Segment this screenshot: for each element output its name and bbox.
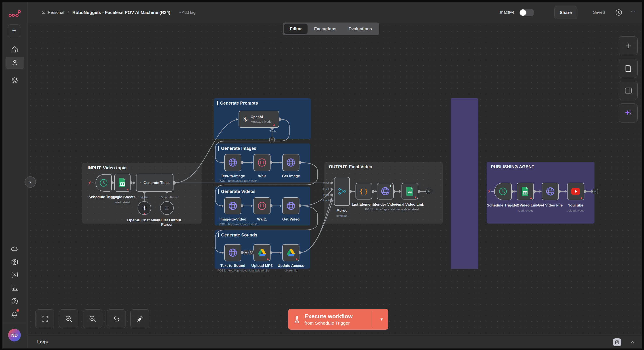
add-tool-button[interactable]: + — [270, 137, 275, 142]
merge-input-label-4: Input 4 — [318, 199, 331, 201]
node-text-to-image[interactable] — [224, 154, 242, 171]
add-tag-button[interactable]: + Add tag — [179, 10, 196, 15]
add-sticky-note-button[interactable] — [618, 59, 638, 78]
user-icon[interactable] — [11, 59, 18, 66]
tab-evaluations[interactable]: Evaluations — [343, 24, 378, 34]
warning-icon: ▲ — [266, 257, 269, 260]
globe-icon — [228, 158, 238, 167]
node-schedule-trigger[interactable] — [96, 174, 112, 192]
sticky-note-icon — [625, 65, 632, 72]
flask-icon — [294, 316, 300, 323]
logs-title: Logs — [37, 340, 48, 345]
split-panel-icon — [624, 87, 632, 94]
node-google-sheets[interactable]: ▲ — [114, 174, 130, 192]
workflow-title[interactable]: RoboNuggets - Faceless POV AI Machine (R… — [72, 10, 170, 15]
user-icon — [41, 10, 46, 15]
layers-icon[interactable] — [11, 77, 18, 84]
globe-icon — [286, 201, 296, 211]
merge-input-label-2: Input 2 — [318, 188, 331, 190]
breadcrumb-separator: / — [68, 10, 69, 15]
undo-icon — [112, 315, 120, 323]
node-get-video[interactable] — [282, 197, 300, 214]
node-get-video-file[interactable] — [542, 183, 559, 200]
node-subtitle: POST: https://api.creatomate... — [365, 208, 406, 211]
chain-link-icon — [140, 180, 141, 185]
tidy-up-button[interactable] — [130, 309, 150, 328]
node-youtube[interactable]: ▲ — [567, 183, 584, 200]
package-icon[interactable] — [11, 258, 18, 266]
zoom-in-button[interactable] — [59, 309, 78, 328]
node-wait1[interactable] — [254, 197, 270, 214]
node-label: Get Image — [282, 174, 300, 178]
share-button[interactable]: Share — [554, 6, 577, 19]
node-label: Item List Output Parser — [148, 218, 186, 227]
undo-button[interactable] — [107, 309, 126, 328]
node-inline-title: OpenAI — [250, 115, 272, 119]
node-final-video-link[interactable]: ▲ — [402, 183, 418, 199]
node-render-video[interactable]: 1 — [377, 183, 394, 199]
add-node-endpoint[interactable]: + — [592, 189, 598, 194]
help-icon[interactable] — [11, 298, 18, 305]
node-update-access[interactable]: ▲ — [282, 244, 300, 261]
node-openai-chat-model[interactable]: ✳ ▲ — [138, 201, 151, 215]
logs-panel-header[interactable]: Logs — [28, 336, 642, 349]
node-subtitle: upload: video — [567, 209, 584, 212]
tab-executions[interactable]: Executions — [308, 24, 342, 34]
connection-delete-button[interactable] — [249, 250, 254, 255]
node-get-video-link[interactable]: ▲ — [517, 183, 534, 200]
node-wait[interactable] — [254, 154, 270, 171]
user-avatar[interactable]: ND — [8, 329, 21, 342]
node-openai-message-model[interactable]: ✳ OpenAI Message Model ▲ — [238, 111, 279, 128]
ai-assistant-button[interactable] — [618, 103, 638, 123]
pause-icon — [258, 158, 266, 167]
open-logs-button[interactable] — [613, 339, 621, 346]
variables-icon[interactable] — [11, 271, 18, 278]
node-list-elements[interactable]: { } — [356, 183, 372, 199]
sticky-note[interactable] — [451, 98, 478, 269]
execute-options-chevron[interactable]: ▾ — [380, 317, 383, 322]
zoom-in-icon — [65, 315, 72, 323]
zoom-out-button[interactable] — [83, 309, 102, 328]
merge-input-label-3: Input 3 — [318, 193, 331, 196]
node-upload-mp3[interactable]: ▲ — [254, 244, 270, 261]
collapse-logs-button[interactable] — [630, 340, 636, 346]
notifications-button[interactable] — [11, 310, 18, 318]
tab-editor[interactable]: Editor — [284, 24, 308, 34]
cloud-icon[interactable] — [11, 246, 18, 252]
warning-icon: ▲ — [295, 257, 298, 260]
node-label: Google Sheets — [109, 195, 135, 199]
node-inline-subtitle: Message Model — [250, 120, 272, 123]
home-icon[interactable] — [11, 46, 18, 53]
add-node-button[interactable] — [618, 36, 638, 55]
version-history-button[interactable] — [615, 9, 622, 17]
text-cursor — [217, 101, 218, 105]
group-title-images: Generate Images — [218, 146, 256, 151]
node-subtitle: POST: https://api.piapi.ai/api/... — [219, 179, 259, 182]
notification-dot — [16, 309, 19, 312]
workflow-canvas[interactable]: INPUT: Video topic Generate Prompts Gene… — [28, 23, 642, 336]
node-text-to-sound[interactable] — [224, 244, 242, 261]
node-merge[interactable] — [334, 177, 350, 206]
execute-workflow-button[interactable]: Execute workflow from Schedule Trigger ▾ — [288, 309, 388, 330]
node-image-to-video[interactable] — [224, 197, 242, 214]
google-sheets-icon — [119, 178, 126, 187]
node-get-image[interactable] — [282, 154, 300, 171]
group-title-sounds: Generate Sounds — [218, 232, 258, 238]
node-subtitle: read: sheet — [115, 201, 130, 204]
expand-sidebar-button[interactable]: › — [24, 176, 36, 188]
breadcrumb-project[interactable]: Personal — [48, 10, 64, 15]
more-options-button[interactable]: ⋯ — [628, 8, 638, 17]
node-item-list-output-parser[interactable]: ≡ — [160, 201, 174, 215]
connector-label-model: Model — [140, 196, 148, 199]
add-node-endpoint[interactable]: + — [426, 189, 431, 194]
group-title-publishing: PUBLISHING AGENT — [491, 164, 534, 169]
node-schedule-trigger2[interactable] — [494, 183, 512, 200]
insights-chart-icon[interactable] — [11, 285, 18, 292]
node-label: Get Video File — [538, 203, 562, 208]
connection-add-button[interactable]: + — [244, 250, 248, 255]
toggle-panel-button[interactable] — [618, 81, 638, 100]
zoom-to-fit-button[interactable] — [35, 309, 54, 328]
create-workflow-button[interactable]: + — [8, 24, 20, 37]
node-generate-titles[interactable]: Generate Titles — [136, 174, 174, 192]
activation-toggle[interactable] — [519, 9, 534, 16]
